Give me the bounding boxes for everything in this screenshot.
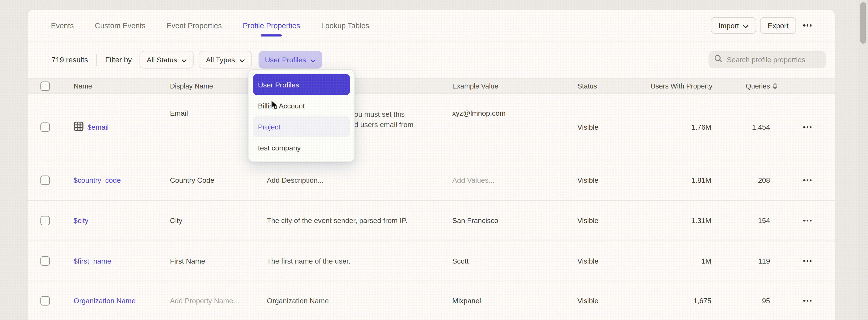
more-options-button[interactable] — [800, 21, 815, 30]
dot-icon — [803, 25, 805, 26]
import-button[interactable]: Import — [711, 17, 756, 34]
column-header-example-value[interactable]: Example Value — [452, 82, 498, 90]
queries-value: 119 — [758, 257, 770, 265]
menu-item-user-profiles[interactable]: User Profiles — [253, 74, 350, 95]
type-filter-dropdown[interactable]: All Types — [198, 51, 251, 69]
mouse-cursor — [271, 100, 279, 113]
dot-icon — [803, 299, 805, 301]
users-with-property-value: 1.81M — [691, 176, 711, 184]
search-icon — [714, 55, 722, 65]
display-name-cell[interactable]: Add Property Name... — [170, 296, 239, 305]
row-checkbox[interactable] — [40, 256, 50, 266]
row-actions-button[interactable] — [800, 176, 815, 185]
row-checkbox[interactable] — [40, 176, 50, 185]
menu-item-test-company[interactable]: test company — [253, 137, 350, 158]
table-body: $emailEmailou must set thisd users email… — [28, 94, 835, 320]
dot-icon — [810, 25, 811, 26]
import-button-label: Import — [718, 21, 739, 30]
scrollbar-thumb[interactable] — [860, 2, 867, 43]
description-cell[interactable]: The city of the event sender, parsed fro… — [267, 215, 407, 226]
dot-icon — [807, 25, 808, 26]
users-with-property-value: 1,675 — [693, 296, 711, 305]
menu-item-billing-account[interactable]: Billing Account — [253, 95, 350, 116]
table-row: $country_codeCountry CodeAdd Description… — [28, 161, 835, 201]
queries-value: 1,454 — [752, 123, 770, 131]
dot-icon — [803, 220, 805, 221]
dot-icon — [803, 179, 805, 181]
column-header-status[interactable]: Status — [578, 82, 597, 90]
tab-bar: Events Custom Events Event Properties Pr… — [28, 10, 835, 42]
profile-entity-filter-dropdown[interactable]: User Profiles — [258, 51, 322, 69]
property-name-label: Organization Name — [74, 296, 136, 305]
scrollbar-track[interactable] — [858, 0, 868, 320]
description-fragment: ou must set this — [354, 109, 413, 119]
property-name-label: $city — [74, 216, 89, 225]
property-name-label: $first_name — [74, 257, 111, 265]
menu-item-project[interactable]: Project — [253, 116, 350, 137]
row-checkbox[interactable] — [40, 216, 50, 225]
select-all-checkbox[interactable] — [40, 81, 50, 91]
tab-event-properties[interactable]: Event Properties — [166, 10, 222, 41]
display-name-cell[interactable]: Email — [170, 109, 188, 117]
row-actions-button[interactable] — [800, 296, 815, 305]
sort-icon[interactable] — [773, 83, 777, 89]
tab-lookup-tables[interactable]: Lookup Tables — [321, 10, 369, 41]
row-actions-button[interactable] — [800, 257, 815, 265]
example-value-cell[interactable]: Scott — [452, 257, 469, 265]
column-header-name[interactable]: Name — [74, 82, 92, 90]
export-button[interactable]: Export — [760, 17, 796, 34]
vertical-divider — [96, 54, 97, 66]
tab-events[interactable]: Events — [51, 10, 74, 41]
table-header-row: Name Display Name Example Value Status U… — [28, 78, 835, 94]
column-header-users-with-property[interactable]: Users With Property — [650, 82, 712, 90]
search-input[interactable]: Search profile properties — [709, 51, 826, 68]
example-value-cell[interactable]: Add Values... — [452, 176, 495, 184]
property-name-link[interactable]: Organization Name — [74, 296, 136, 305]
tab-profile-properties[interactable]: Profile Properties — [243, 10, 300, 41]
property-name-link[interactable]: $email — [74, 121, 109, 133]
chevron-down-icon — [240, 56, 244, 64]
chevron-down-icon — [743, 21, 748, 30]
example-value-cell[interactable]: Mixpanel — [452, 296, 481, 305]
row-checkbox[interactable] — [40, 122, 50, 132]
dot-icon — [807, 126, 808, 128]
tab-custom-events[interactable]: Custom Events — [95, 10, 146, 41]
content-card: Events Custom Events Event Properties Pr… — [28, 10, 835, 320]
queries-value: 95 — [762, 296, 770, 305]
description-cell[interactable]: Organization Name — [267, 295, 329, 306]
toolbar: Import Export — [711, 17, 815, 34]
type-filter-label: All Types — [206, 56, 235, 64]
chevron-down-icon — [182, 56, 187, 64]
row-checkbox[interactable] — [40, 296, 50, 305]
profile-entity-menu: User Profiles Billing Account Project te… — [248, 69, 355, 162]
search-placeholder: Search profile properties — [727, 56, 805, 64]
status-value: Visible — [578, 257, 598, 265]
example-value-cell[interactable]: San Francisco — [452, 216, 498, 225]
property-name-link[interactable]: $first_name — [74, 257, 111, 265]
users-with-property-value: 1M — [701, 257, 711, 265]
table-row: $emailEmailou must set thisd users email… — [28, 94, 835, 161]
status-value: Visible — [578, 176, 598, 184]
dot-icon — [807, 260, 808, 262]
row-actions-button[interactable] — [800, 216, 815, 225]
display-name-cell[interactable]: City — [170, 216, 182, 225]
page: Events Custom Events Event Properties Pr… — [0, 0, 868, 320]
table-row: $cityCityThe city of the event sender, p… — [28, 201, 835, 241]
description-cell[interactable]: Add Description... — [267, 175, 323, 186]
description-cell[interactable]: The first name of the user. — [267, 256, 350, 266]
description-cell: ou must set thisd users email from — [354, 109, 413, 130]
description-fragment: d users email from — [354, 119, 413, 130]
dot-icon — [807, 220, 808, 221]
property-name-link[interactable]: $city — [74, 216, 89, 225]
property-name-link[interactable]: $country_code — [74, 176, 121, 184]
column-header-display-name[interactable]: Display Name — [170, 82, 213, 90]
display-name-cell[interactable]: Country Code — [170, 176, 214, 184]
queries-value: 208 — [758, 176, 770, 184]
users-with-property-value: 1.31M — [691, 216, 711, 225]
column-header-queries[interactable]: Queries — [746, 82, 777, 90]
column-header-queries-label: Queries — [746, 82, 770, 90]
row-actions-button[interactable] — [800, 123, 815, 131]
display-name-cell[interactable]: First Name — [170, 257, 205, 265]
example-value-cell[interactable]: xyz@lmnop.com — [452, 109, 505, 117]
status-filter-dropdown[interactable]: All Status — [140, 51, 194, 69]
